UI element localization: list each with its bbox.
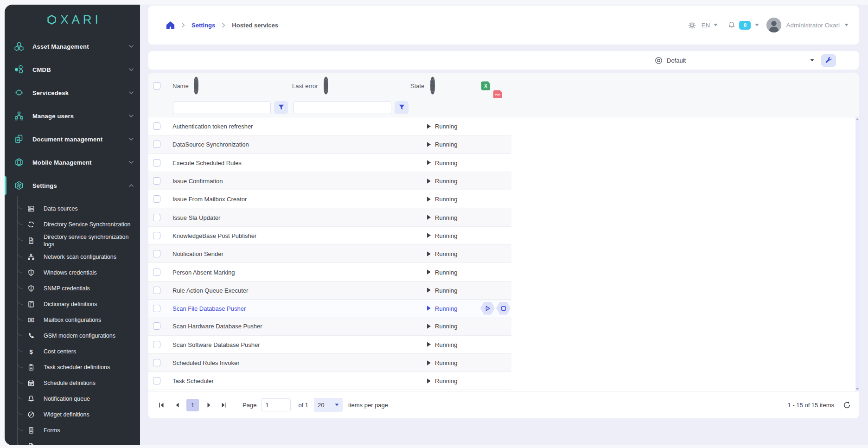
grid-scrollbar[interactable] (855, 117, 859, 391)
row-checkbox[interactable] (153, 359, 160, 366)
breadcrumb-settings-link[interactable]: Settings (191, 22, 215, 29)
sidebar-subitem-schedule-definitions[interactable]: Schedule definitions (5, 375, 140, 391)
row-checkbox[interactable] (153, 287, 160, 294)
row-checkbox[interactable] (153, 322, 160, 330)
sidebar-subitem-mailbox-configurations[interactable]: Mailbox configurations (5, 312, 140, 328)
service-name[interactable]: Notification Sender (172, 250, 223, 257)
page-size-select[interactable]: 20 (314, 398, 343, 412)
sidebar-subitem-task-scheduler-definitions[interactable]: Task scheduler definitions (5, 359, 140, 375)
table-row[interactable]: Scan Software Database PusherRunning (148, 336, 511, 354)
brand-logo[interactable]: XARI (5, 5, 140, 35)
name-filter-input[interactable] (173, 101, 271, 114)
service-name[interactable]: Issue From Mailbox Creator (172, 196, 247, 203)
service-name[interactable]: KnowledgeBase Post Publisher (172, 232, 256, 239)
table-row[interactable]: KnowledgeBase Post PublisherRunning (148, 227, 511, 245)
row-checkbox[interactable] (153, 177, 160, 185)
sidebar-subitem-dictionary-definitions[interactable]: Dictionary definitions (5, 296, 140, 312)
notification-count-badge[interactable]: 0 (739, 21, 751, 30)
service-name[interactable]: Issue Confirmation (172, 178, 223, 185)
service-name[interactable]: Scheduled Rules Invoker (172, 359, 240, 366)
row-checkbox[interactable] (153, 195, 160, 203)
last-page-button[interactable] (219, 403, 229, 408)
service-name[interactable]: Task Scheduler (172, 378, 214, 384)
service-name[interactable]: Scan Hardware Database Pusher (172, 323, 262, 330)
home-icon[interactable] (166, 21, 175, 29)
name-filter-button[interactable] (274, 101, 288, 114)
sidebar-subitem-gsm-modem-configurations[interactable]: GSM modem configurations (5, 328, 140, 344)
service-name[interactable]: Issue Sla Updater (172, 214, 220, 221)
column-menu-icon[interactable] (430, 82, 435, 90)
row-checkbox[interactable] (153, 122, 160, 130)
sidebar-subitem-directory-service-synchronization-logs[interactable]: Directory service synchronization logs (5, 232, 140, 249)
row-checkbox[interactable] (153, 232, 160, 239)
row-checkbox[interactable] (153, 250, 160, 257)
row-checkbox[interactable] (153, 269, 160, 276)
sidebar-subitem-data-sources[interactable]: Data sources (5, 201, 140, 217)
sidebar-subitem-network-scan-configurations[interactable]: Network scan configurations (5, 249, 140, 265)
sidebar-item-cmdb[interactable]: CMDB (5, 58, 140, 81)
column-header-name[interactable]: Name (172, 82, 189, 89)
sidebar-subitem-cost-centers[interactable]: $Cost centers (5, 344, 140, 359)
table-row[interactable]: Task SchedulerRunning (148, 372, 511, 390)
sidebar-subitem-directory-service-synchronization[interactable]: Directory Service Synchronization (5, 217, 140, 232)
sidebar-item-manage-users[interactable]: Manage users (5, 104, 140, 128)
table-row[interactable]: Notification SenderRunning (148, 245, 511, 263)
table-row[interactable]: Authentication token refresherRunning (148, 117, 511, 135)
previous-page-button[interactable] (172, 403, 182, 408)
table-row[interactable]: Issue Sla UpdaterRunning (148, 208, 511, 226)
row-checkbox[interactable] (153, 305, 160, 312)
sidebar-subitem-clipped[interactable] (5, 438, 140, 445)
language-caret-icon[interactable] (714, 24, 718, 26)
row-checkbox[interactable] (153, 159, 160, 166)
sidebar-subitem-snmp-credentials[interactable]: SNMP credentials (5, 281, 140, 296)
breadcrumb-current-page[interactable]: Hosted services (232, 22, 278, 29)
service-name[interactable]: Authentication token refresher (172, 123, 253, 130)
sidebar-subitem-windows-credentials[interactable]: Windows credentials (5, 265, 140, 281)
column-header-state[interactable]: State (410, 82, 424, 89)
service-name[interactable]: Execute Scheduled Rules (172, 159, 242, 166)
row-checkbox[interactable] (153, 214, 160, 221)
sidebar-subitem-forms[interactable]: Forms (5, 422, 140, 438)
next-page-button[interactable] (204, 403, 214, 408)
refresh-icon[interactable] (842, 401, 851, 409)
table-row[interactable]: Rule Action Queue ExecuterRunning (148, 282, 511, 300)
sidebar-item-mobile-management[interactable]: Mobile Management (5, 151, 140, 174)
kebab-menu-icon[interactable] (846, 58, 851, 63)
table-row[interactable]: Scheduled Rules InvokerRunning (148, 354, 511, 372)
table-row[interactable]: Execute Scheduled RulesRunning (148, 154, 511, 172)
start-service-button[interactable] (480, 302, 495, 315)
avatar[interactable] (766, 18, 781, 32)
service-name[interactable]: Scan File Database Pusher (172, 305, 246, 312)
first-page-button[interactable] (157, 403, 166, 408)
last-error-filter-button[interactable] (395, 101, 408, 114)
sidebar-item-asset-management[interactable]: Asset Management (5, 35, 140, 58)
table-row[interactable]: Issue ConfirmationRunning (148, 172, 511, 190)
row-checkbox[interactable] (153, 377, 160, 384)
last-error-filter-input[interactable] (294, 101, 391, 114)
table-row[interactable]: Issue From Mailbox CreatorRunning (148, 190, 511, 208)
select-all-checkbox[interactable] (153, 82, 160, 90)
row-checkbox[interactable] (153, 141, 160, 148)
service-name[interactable]: Scan Software Database Pusher (172, 341, 260, 348)
sidebar-item-document-management[interactable]: Document management (5, 128, 140, 151)
view-select-dropdown[interactable]: Default (655, 57, 814, 64)
gear-icon[interactable] (688, 21, 696, 29)
column-menu-icon[interactable] (194, 82, 198, 90)
service-name[interactable]: Person Absent Marking (172, 269, 235, 275)
page-number-input[interactable] (261, 398, 291, 411)
table-row[interactable]: Scan Hardware Database PusherRunning (148, 317, 511, 335)
current-page-button[interactable]: 1 (186, 399, 199, 411)
sidebar-subitem-widget-definitions[interactable]: Widget definitions (5, 407, 140, 422)
notification-caret-icon[interactable] (755, 24, 759, 26)
sidebar-item-settings[interactable]: Settings (5, 174, 140, 197)
row-checkbox[interactable] (153, 341, 160, 348)
sidebar-item-servicedesk[interactable]: Servicedesk (5, 81, 140, 104)
settings-wrench-button[interactable] (821, 54, 836, 67)
service-name[interactable]: DataSource Synchronization (172, 141, 249, 148)
scroll-up-icon[interactable] (856, 118, 859, 120)
table-row[interactable]: DataSource SynchronizationRunning (148, 135, 511, 154)
sidebar-subitem-notification-queue[interactable]: Notification queue (5, 391, 140, 407)
export-excel-icon[interactable]: X (481, 81, 490, 90)
table-row[interactable]: Scan File Database PusherRunning (148, 299, 511, 317)
scroll-down-icon[interactable] (856, 388, 859, 390)
